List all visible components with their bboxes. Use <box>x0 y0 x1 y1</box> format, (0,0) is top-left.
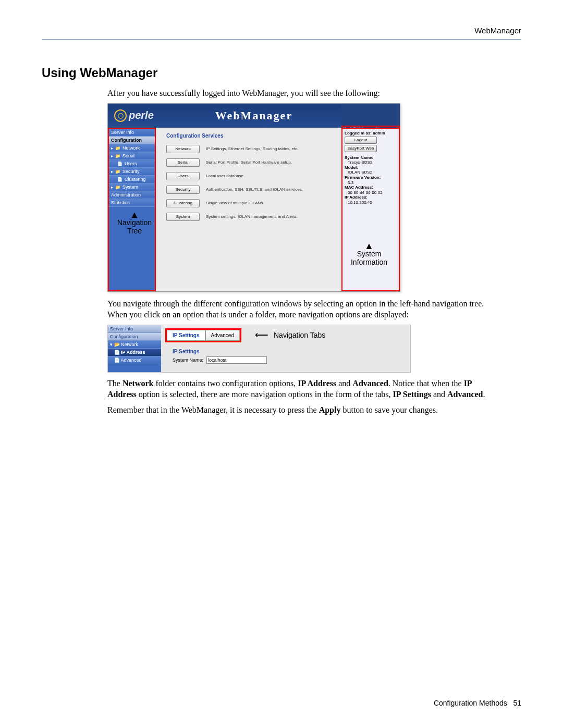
field-label: System Name: <box>173 357 203 363</box>
sys-name-value: Tracys-SDS2 <box>348 160 397 165</box>
folder-icon <box>115 184 120 190</box>
nav-label: Network <box>121 342 138 347</box>
sidebar-item-network[interactable]: ▾ 📂 Network <box>108 341 161 349</box>
tab-advanced[interactable]: Advanced <box>205 330 240 341</box>
paragraph-3: The Network folder contains two configur… <box>107 378 500 400</box>
sidebar-item-security[interactable]: Security <box>109 168 155 176</box>
service-row: Security Authentication, SSH, SSL/TLS, a… <box>166 186 337 194</box>
sidebar-item-server-info[interactable]: Server Info <box>109 129 155 137</box>
service-row: Network IP Settings, Ethernet Settings, … <box>166 145 337 153</box>
expand-icon <box>111 169 113 174</box>
sidebar-item-administration[interactable]: Administration <box>109 191 155 199</box>
page-icon <box>117 161 123 166</box>
system-name-field: System Name: <box>173 356 406 364</box>
service-description: Serial Port Profile, Serial Port Hardwar… <box>206 160 292 165</box>
paragraph-4: Remember that in the WebManager, it is n… <box>107 404 500 416</box>
screenshot-webmanager-tabs: Server Info Configuration ▾ 📂 Network 📄 … <box>107 325 411 373</box>
ip-label: IP Address: <box>345 195 397 200</box>
up-arrow-icon: ▲ <box>346 242 393 250</box>
clustering-button[interactable]: Clustering <box>166 199 200 207</box>
navigation-tree-annotation: ▲ Navigation Tree <box>116 211 153 235</box>
sidebar-item-advanced[interactable]: 📄 Advanced <box>108 356 161 364</box>
logo-text: perle <box>129 109 154 121</box>
nav-label: Clustering <box>125 177 146 182</box>
model-value: IOLAN SDS2 <box>348 170 397 175</box>
navigation-tabs-annotation: ⟵ Navigation Tabs <box>255 329 325 341</box>
screenshot-webmanager-main: ◯ perle WebManager User's Guide | www.pe… <box>107 103 400 292</box>
sidebar-item-statistics[interactable]: Statistics <box>109 199 155 207</box>
app-header: ◯ perle WebManager <box>108 104 400 128</box>
service-row: Serial Serial Port Profile, Serial Port … <box>166 158 337 167</box>
sidebar-item-serial[interactable]: Serial <box>109 152 155 160</box>
folder-icon <box>115 145 120 151</box>
nav-label: Users <box>125 161 137 166</box>
header-decoration <box>341 104 400 128</box>
system-info-annotation: ▲ System Information <box>346 242 393 266</box>
sidebar-item-server-info[interactable]: Server Info <box>108 325 161 333</box>
fw-value: 3.3 <box>348 180 397 186</box>
sidebar-item-system[interactable]: System <box>109 183 155 191</box>
section-title: Using WebManager <box>42 66 521 80</box>
nav-label: System <box>123 184 138 190</box>
system-name-input[interactable] <box>206 356 267 364</box>
paragraph-2: You navigate through the different confi… <box>107 298 500 320</box>
ip-value: 10.10.200.40 <box>348 200 397 205</box>
logo-icon: ◯ <box>114 109 127 122</box>
ip-settings-section: IP Settings System Name: <box>173 349 406 364</box>
navigation-tree-2[interactable]: Server Info Configuration ▾ 📂 Network 📄 … <box>108 325 161 372</box>
main-content: Configuration Services Network IP Settin… <box>156 128 341 291</box>
expand-icon <box>111 153 113 158</box>
intro-paragraph: After you have successfully logged into … <box>107 88 500 99</box>
fw-label: Firmware Version: <box>345 175 397 180</box>
easyport-button[interactable]: EasyPort Web <box>345 145 377 152</box>
left-arrow-icon: ⟵ <box>255 329 268 341</box>
service-row: System System settings, IOLAN management… <box>166 213 337 221</box>
nav-label: Serial <box>123 153 134 158</box>
service-description: Authentication, SSH, SSL/TLS, and IOLAN … <box>206 187 303 192</box>
section-heading: Configuration Services <box>166 133 337 139</box>
section-heading: IP Settings <box>173 349 406 354</box>
serial-button[interactable]: Serial <box>166 158 200 167</box>
service-description: Single view of multiple IOLANs. <box>206 201 264 205</box>
tab-ip-settings[interactable]: IP Settings <box>167 330 205 341</box>
sys-name-label: System Name: <box>345 155 397 161</box>
network-button[interactable]: Network <box>166 145 200 153</box>
main-content-2: IP Settings Advanced ⟵ Navigation Tabs I… <box>161 325 410 372</box>
sidebar-item-clustering[interactable]: Clustering <box>109 176 155 183</box>
system-button[interactable]: System <box>166 213 200 221</box>
expand-icon <box>111 184 113 190</box>
mac-value: 00-80-d4-06-00-02 <box>348 190 397 195</box>
page-header: WebManager <box>42 26 521 40</box>
footer-chapter: Configuration Methods <box>434 699 507 707</box>
service-description: IP Settings, Ethernet Settings, Routing … <box>206 146 298 151</box>
nav-label: Security <box>123 169 140 174</box>
folder-icon <box>115 169 120 174</box>
users-button[interactable]: Users <box>166 172 200 180</box>
folder-icon <box>115 153 120 158</box>
page-footer: Configuration Methods 51 <box>434 699 521 707</box>
nav-label: IP Address <box>121 350 145 355</box>
sidebar-item-users[interactable]: Users <box>109 160 155 168</box>
service-row: Clustering Single view of multiple IOLAN… <box>166 199 337 207</box>
up-arrow-icon: ▲ <box>116 211 153 218</box>
tab-row: IP Settings Advanced <box>165 328 241 342</box>
service-description: Local user database. <box>206 174 244 178</box>
sidebar-item-configuration[interactable]: Configuration <box>108 333 161 341</box>
system-info: System Name: Tracys-SDS2 Model: IOLAN SD… <box>345 155 397 205</box>
right-panel: Logged in as: admin Logout EasyPort Web … <box>341 128 400 291</box>
annotation-label: System Information <box>346 250 393 266</box>
security-button[interactable]: Security <box>166 186 200 194</box>
annotation-label: Navigation Tabs <box>274 331 325 339</box>
sidebar-item-network[interactable]: Network <box>109 144 155 152</box>
nav-label: Advanced <box>121 357 142 363</box>
mac-label: MAC Address: <box>345 185 397 190</box>
model-label: Model: <box>345 165 397 170</box>
page-icon <box>117 177 123 182</box>
service-row: Users Local user database. <box>166 172 337 180</box>
service-description: System settings, IOLAN management, and A… <box>206 214 298 219</box>
logout-button[interactable]: Logout <box>345 137 377 144</box>
expand-icon <box>111 145 113 151</box>
sidebar-item-ip-address[interactable]: 📄 IP Address <box>108 349 161 356</box>
nav-label: Network <box>123 145 140 151</box>
sidebar-item-configuration[interactable]: Configuration <box>109 137 155 144</box>
